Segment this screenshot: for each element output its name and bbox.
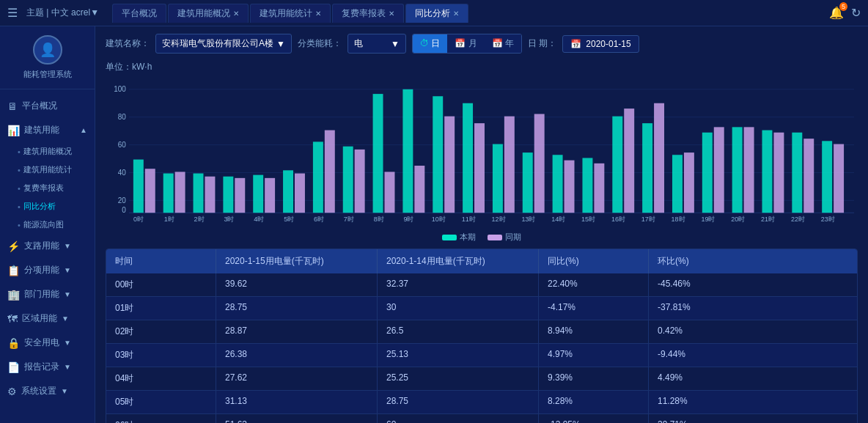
table-cell: 60 (378, 414, 539, 423)
table-cell: 9.39% (539, 367, 649, 390)
svg-rect-39 (534, 114, 545, 213)
sidebar-item-branch[interactable]: ⚡ 支路用能 ▼ (0, 234, 95, 258)
chevron-right-icon: ▼ (64, 363, 71, 371)
close-icon[interactable]: ✕ (389, 10, 394, 18)
sidebar-sub-flow[interactable]: 能源流向图 (0, 216, 95, 234)
sidebar-label: 建筑用能 (24, 124, 59, 136)
sidebar-sub-overview[interactable]: 建筑用能概况 (0, 142, 95, 161)
category-value: 电 (354, 37, 363, 50)
sidebar-items: 🖥 平台概况 📊 建筑用能 ▲ 建筑用能概况 建筑用能统计 复费率报表 同比分析… (0, 89, 95, 423)
chevron-right-icon: ▼ (61, 387, 68, 395)
col-current: 2020-1-15用电量(千瓦时) (216, 249, 378, 273)
unit-label: 单位：kW·h (106, 61, 858, 73)
svg-rect-15 (175, 172, 185, 213)
day-btn[interactable]: 📅 月 (447, 34, 484, 53)
legend-previous: 同期 (488, 232, 521, 243)
chart-legend: 本期 同期 (106, 232, 858, 243)
table-cell: 30 (378, 297, 539, 320)
close-icon[interactable]: ✕ (315, 10, 321, 18)
hour-btn[interactable]: ⏱ 日 (413, 34, 447, 53)
category-label: 分类能耗： (298, 37, 342, 50)
svg-text:16时: 16时 (611, 216, 625, 223)
table-cell: 8.28% (539, 391, 649, 413)
table-cell: 39.62 (216, 273, 378, 296)
svg-text:21时: 21时 (761, 216, 775, 223)
svg-rect-55 (773, 133, 784, 213)
svg-rect-56 (792, 133, 802, 213)
sidebar-sub-comparison[interactable]: 同比分析 (0, 197, 95, 216)
chevron-right-icon: ▼ (64, 339, 71, 347)
svg-text:80: 80 (118, 113, 126, 121)
tab-platform[interactable]: 平台概况 (112, 4, 166, 23)
svg-rect-41 (564, 161, 575, 213)
svg-rect-38 (523, 152, 533, 213)
svg-rect-59 (834, 144, 844, 213)
sidebar-item-dept[interactable]: 🏢 部门用能 ▼ (0, 282, 95, 306)
col-mom: 环比(%) (649, 249, 759, 273)
tab-rate-report[interactable]: 复费率报表 ✕ (332, 4, 404, 23)
sidebar-label: 安全用电 (24, 336, 59, 349)
svg-rect-28 (373, 94, 383, 213)
table-cell: 00时 (106, 273, 216, 296)
tab-building-stats[interactable]: 建筑用能统计 ✕ (250, 4, 331, 23)
chevron-up-icon: ▲ (80, 126, 87, 134)
layout: 👤 能耗管理系统 🖥 平台概况 📊 建筑用能 ▲ 建筑用能概况 建筑用能统计 复… (0, 26, 868, 423)
sidebar-item-building-energy[interactable]: 📊 建筑用能 ▲ (0, 118, 95, 142)
table-cell: 26.5 (378, 320, 539, 343)
filter-bar: 建筑名称： 安科瑞电气股份有限公司A楼 ▼ 分类能耗： 电 ▼ ⏱ 日 📅 月 … (106, 34, 858, 54)
tab-building-overview[interactable]: 建筑用能概况 ✕ (168, 4, 249, 23)
table-row: 05时31.1328.758.28%11.28% (106, 391, 857, 414)
col-time: 时间 (106, 249, 216, 273)
sidebar-item-reports[interactable]: 📄 报告记录 ▼ (0, 355, 95, 379)
table-cell: 06时 (106, 414, 216, 423)
sidebar: 👤 能耗管理系统 🖥 平台概况 📊 建筑用能 ▲ 建筑用能概况 建筑用能统计 复… (0, 26, 95, 423)
svg-rect-31 (414, 166, 424, 213)
svg-rect-53 (744, 127, 754, 213)
svg-text:0: 0 (122, 206, 126, 214)
theme-label[interactable]: 主题 | 中文 acrel▼ (26, 7, 99, 19)
svg-rect-42 (582, 158, 592, 213)
table-cell: 05时 (106, 391, 216, 413)
sidebar-item-region[interactable]: 🗺 区域用能 ▼ (0, 306, 95, 331)
sidebar-item-safety[interactable]: 🔒 安全用电 ▼ (0, 331, 95, 355)
svg-text:100: 100 (114, 85, 126, 93)
table-row: 03时26.3825.134.97%-9.44% (106, 344, 857, 367)
gear-icon: ⚙ (7, 386, 17, 397)
main-content: 建筑名称： 安科瑞电气股份有限公司A楼 ▼ 分类能耗： 电 ▼ ⏱ 日 📅 月 … (95, 26, 868, 423)
svg-rect-57 (803, 139, 814, 213)
sidebar-item-settings[interactable]: ⚙ 系统设置 ▼ (0, 379, 95, 403)
sidebar-item-subitem[interactable]: 📋 分项用能 ▼ (0, 258, 95, 282)
sidebar-item-platform[interactable]: 🖥 平台概况 (0, 94, 95, 118)
date-label: 日 期： (528, 37, 556, 50)
svg-rect-23 (295, 174, 305, 213)
building-select[interactable]: 安科瑞电气股份有限公司A楼 ▼ (155, 34, 292, 54)
table-cell: 4.97% (539, 344, 649, 367)
refresh-icon[interactable]: ↻ (851, 6, 861, 20)
building-label: 建筑名称： (106, 37, 150, 50)
menu-icon[interactable]: ☰ (7, 6, 18, 20)
close-icon[interactable]: ✕ (453, 10, 459, 18)
table-cell: 26.38 (216, 344, 378, 367)
svg-rect-48 (672, 155, 683, 213)
svg-text:4时: 4时 (254, 216, 264, 223)
svg-text:22时: 22时 (791, 216, 805, 223)
chevron-right-icon: ▼ (62, 315, 69, 323)
svg-rect-20 (253, 175, 263, 213)
svg-rect-44 (612, 117, 622, 213)
notification-bell[interactable]: 🔔5 (829, 6, 844, 20)
month-btn[interactable]: 📅 年 (485, 34, 521, 53)
document-icon: 📄 (7, 361, 20, 373)
table-cell: 03时 (106, 344, 216, 367)
svg-text:3时: 3时 (224, 216, 234, 223)
svg-text:19时: 19时 (701, 216, 715, 223)
date-picker[interactable]: 📅 2020-01-15 (562, 35, 639, 53)
close-icon[interactable]: ✕ (233, 10, 239, 18)
sidebar-label: 报告记录 (24, 361, 59, 373)
sidebar-sub-rate[interactable]: 复费率报表 (0, 179, 95, 197)
category-select[interactable]: 电 ▼ (347, 34, 406, 54)
sidebar-sub-stats[interactable]: 建筑用能统计 (0, 161, 95, 179)
svg-text:0时: 0时 (133, 216, 144, 223)
table-cell: 22.40% (539, 273, 649, 296)
tab-comparison[interactable]: 同比分析 ✕ (405, 4, 468, 23)
svg-text:15时: 15时 (581, 216, 595, 223)
